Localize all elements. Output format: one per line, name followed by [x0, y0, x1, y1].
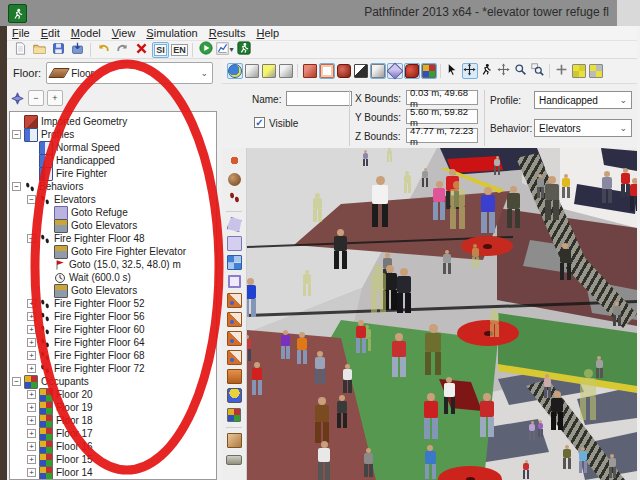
ramp-tool[interactable] [225, 330, 243, 347]
tree-item[interactable]: +Fire Fighter Floor 56 [10, 310, 216, 323]
tree-item[interactable]: Handicapped [10, 154, 216, 167]
tree-item[interactable]: −Elevators [10, 193, 216, 206]
tree-item[interactable]: +Fire Fighter Floor 68 [10, 349, 216, 362]
occupant-figure[interactable] [562, 174, 570, 199]
occupant-figure[interactable] [404, 171, 411, 193]
occupant-figure[interactable] [392, 333, 406, 378]
occupant-figure[interactable] [303, 270, 311, 298]
delete-button[interactable] [133, 42, 150, 58]
expand-toggle[interactable]: + [27, 351, 36, 360]
grid-partial-button[interactable] [588, 63, 604, 79]
tree-item[interactable]: −Occupants [10, 375, 216, 388]
results-button[interactable]: ▾ [216, 42, 233, 58]
zoom-tool-button[interactable] [513, 63, 529, 79]
occupant-figure[interactable] [630, 178, 637, 212]
tree-item[interactable]: Fire Fighter [10, 167, 216, 180]
tree-item[interactable]: Imported Geometry [10, 115, 216, 128]
occupant-figure[interactable] [334, 229, 347, 271]
occupant-figure[interactable] [579, 447, 587, 475]
expand-toggle[interactable]: + [27, 325, 36, 334]
tree-item[interactable]: +Floor 17 [10, 427, 216, 440]
show-solid-button[interactable] [302, 63, 318, 79]
new-file-button[interactable] [12, 42, 29, 58]
occupant-figure[interactable] [494, 156, 500, 176]
occupant-figure[interactable] [364, 448, 373, 478]
occupant-figure[interactable] [297, 332, 307, 364]
occupant-figure[interactable] [443, 250, 451, 276]
door-tool[interactable] [225, 368, 243, 385]
tree-item[interactable]: +Floor 18 [10, 414, 216, 427]
show-outline-button[interactable] [319, 63, 335, 79]
occupant-figure[interactable] [281, 330, 290, 360]
occupant-figure[interactable] [343, 364, 352, 394]
polygon-room-tool[interactable] [225, 216, 243, 233]
occupant-figure[interactable] [621, 168, 630, 198]
show-gray-button[interactable] [370, 63, 386, 79]
menu-item-model[interactable]: Model [71, 27, 101, 39]
add-occupant-tool[interactable] [225, 387, 243, 404]
view-orientation-button[interactable] [9, 90, 25, 106]
pathfinder-button[interactable] [235, 42, 252, 58]
measure-tool[interactable] [225, 451, 243, 468]
tree-item[interactable]: Goto Elevators [10, 219, 216, 232]
add-point-tool[interactable] [225, 152, 243, 169]
behavior-select[interactable]: Elevators ⌄ [534, 119, 632, 137]
move-tool-button[interactable] [462, 63, 478, 79]
occupant-figure[interactable] [537, 174, 544, 198]
occupant-figure[interactable] [544, 374, 551, 398]
add-sphere-tool[interactable] [225, 171, 243, 188]
tree-item[interactable]: Normal Speed [10, 141, 216, 154]
expand-toggle[interactable]: + [27, 403, 36, 412]
elevator-tool[interactable] [225, 432, 243, 449]
grid-room-tool[interactable] [225, 254, 243, 271]
occupant-figure[interactable] [563, 445, 571, 471]
occupant-figure[interactable] [551, 391, 563, 431]
occupant-figure[interactable] [613, 302, 621, 328]
menu-item-simulation[interactable]: Simulation [146, 27, 197, 39]
collapse-toggle[interactable]: − [12, 130, 21, 139]
occupant-figure[interactable] [538, 420, 543, 438]
obstruction-tool[interactable] [225, 273, 243, 290]
expand-toggle[interactable]: + [27, 312, 36, 321]
tree-item[interactable]: Goto Fire Fighter Elevator [10, 245, 216, 258]
occupant-figure[interactable] [560, 243, 571, 281]
occupant-figure[interactable] [450, 181, 465, 231]
redo-button[interactable] [114, 42, 131, 58]
tree-item[interactable]: +Floor 19 [10, 401, 216, 414]
expand-toggle[interactable]: + [27, 364, 36, 373]
occupant-figure[interactable] [313, 193, 322, 223]
collapse-toggle[interactable]: − [12, 182, 21, 191]
menu-item-help[interactable]: Help [256, 27, 279, 39]
expand-toggle[interactable]: + [27, 429, 36, 438]
add-occupant-group-tool[interactable] [225, 190, 243, 207]
tree-item[interactable]: +Fire Fighter Floor 64 [10, 336, 216, 349]
occupant-figure[interactable] [507, 186, 520, 230]
view-yellow-face-button[interactable] [261, 63, 277, 79]
expand-toggle[interactable]: + [27, 299, 36, 308]
expand-toggle[interactable]: + [27, 338, 36, 347]
tree-item[interactable]: Goto Elevators [10, 284, 216, 297]
collapse-toggle[interactable]: − [27, 234, 36, 243]
occupant-figure[interactable] [529, 421, 535, 441]
tree-item[interactable]: −Profiles [10, 128, 216, 141]
grid-all-button[interactable] [571, 63, 587, 79]
expand-all-button[interactable]: + [47, 90, 63, 106]
stair-tool-1[interactable] [225, 292, 243, 309]
menu-item-view[interactable]: View [112, 27, 136, 39]
occupant-figure[interactable] [596, 356, 603, 378]
occupant-figure[interactable] [602, 171, 612, 203]
menu-item-file[interactable]: File [12, 27, 30, 39]
tree-item[interactable]: +Floor 14 [10, 466, 216, 479]
occupant-figure[interactable] [315, 397, 329, 445]
show-geometry-button[interactable] [387, 63, 403, 79]
profile-select[interactable]: Handicapped ⌄ [534, 91, 632, 109]
menu-item-edit[interactable]: Edit [41, 27, 60, 39]
tree-item[interactable]: +Floor 20 [10, 388, 216, 401]
occupant-figure[interactable] [609, 454, 616, 478]
occupant-figure[interactable] [397, 268, 411, 314]
menu-item-results[interactable]: Results [209, 27, 246, 39]
show-contrast-button[interactable] [353, 63, 369, 79]
floor-select[interactable]: Floor ⌄ [46, 62, 213, 84]
occupant-figure[interactable] [481, 187, 495, 235]
import-button[interactable] [69, 42, 86, 58]
